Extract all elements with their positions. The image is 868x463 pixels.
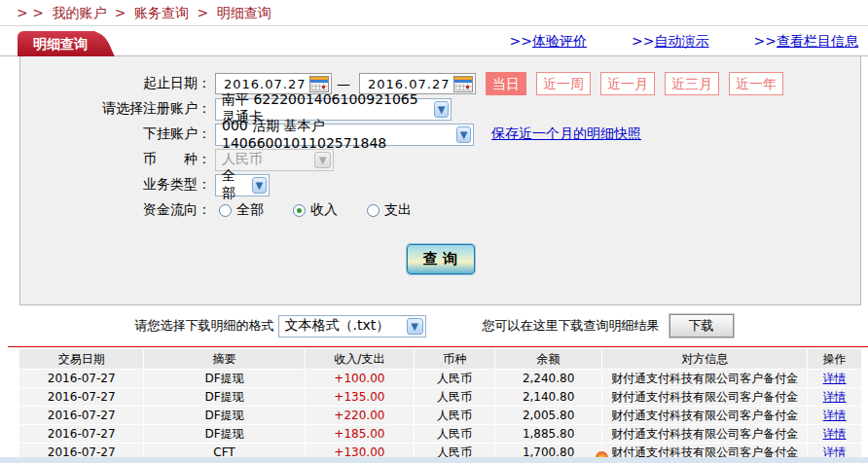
cell-summary: DF提现 [144, 370, 304, 387]
detail-link[interactable]: 详情 [823, 390, 847, 404]
currency-value: 人民币 [222, 151, 263, 168]
date-range-separator: — [337, 76, 350, 91]
col-header-currency: 币种 [415, 349, 494, 369]
cell-balance: 1,885.80 [495, 425, 602, 443]
cell-summary: DF提现 [144, 388, 304, 406]
register-account-label: 请选择注册账户： [20, 100, 211, 118]
business-type-select[interactable]: 全部 ▼ [215, 174, 270, 196]
flow-option-income[interactable]: 收入 [293, 201, 338, 219]
chevron-down-icon: ▼ [407, 318, 423, 335]
breadcrumb-item-account-query[interactable]: 账务查询 [134, 5, 189, 20]
chevron-down-icon: ▼ [252, 177, 267, 194]
link-prefix: >> [754, 33, 777, 49]
flow-option-income-label: 收入 [310, 201, 338, 219]
radio-checked-icon[interactable] [293, 204, 306, 217]
chevron-down-icon: ▼ [434, 101, 449, 118]
header-links: >>体验评价 >>自动演示 >>查看栏目信息 [510, 33, 858, 51]
flow-option-all-label: 全部 [236, 201, 264, 219]
flow-direction-row: 资金流向： 全部 收入 支出 [20, 197, 860, 223]
sub-account-label: 下挂账户： [20, 125, 211, 143]
breadcrumb-separator: > [197, 5, 208, 20]
bottom-scrollbar-track[interactable] [0, 457, 868, 463]
query-form-panel: 起止日期： 2016.07.27 — 2016.07.27 当日 近一周 近一月… [19, 56, 861, 305]
column-info-link[interactable]: >>查看栏目信息 [754, 33, 858, 51]
snapshot-link[interactable]: 保存近一个月的明细快照 [491, 125, 641, 143]
cell-currency: 人民币 [415, 388, 494, 406]
radio-icon[interactable] [219, 204, 232, 217]
table-row: 2016-07-27 DF提现 +135.00 人民币 2,140.80 财付通… [19, 388, 861, 406]
business-type-label: 业务类型： [20, 176, 211, 194]
link-prefix: >> [632, 33, 654, 49]
col-header-counterparty: 对方信息 [602, 349, 807, 369]
flow-direction-group: 全部 收入 支出 [219, 201, 441, 219]
breadcrumb-prefix: > > [17, 5, 44, 20]
business-type-row: 业务类型： 全部 ▼ [20, 172, 860, 197]
quick-range-week-button[interactable]: 近一周 [536, 72, 591, 95]
breadcrumb-item-detail-query[interactable]: 明细查询 [217, 5, 271, 20]
breadcrumb-item-my-account[interactable]: 我的账户 [52, 5, 106, 20]
download-format-label: 请您选择下载明细的格式 [135, 317, 274, 335]
cell-balance: 2,240.80 [495, 370, 602, 387]
link-label: 体验评价 [532, 33, 587, 49]
table-row: 2016-07-27 DF提现 +185.00 人民币 1,885.80 财付通… [19, 425, 861, 443]
download-row: 请您选择下载明细的格式 文本格式（.txt） ▼ 您可以在这里下载查询明细结果 … [0, 305, 868, 346]
col-header-action: 操作 [808, 349, 861, 369]
quick-range-month-button[interactable]: 近一月 [600, 72, 655, 95]
cell-date: 2016-07-27 [19, 407, 143, 424]
detail-query-page: > > 我的账户 > 账务查询 > 明细查询 明细查询 >>体验评价 >>自动演… [0, 0, 868, 463]
col-header-balance: 余额 [495, 349, 602, 369]
quick-range-quarter-button[interactable]: 近三月 [665, 72, 719, 95]
cell-date: 2016-07-27 [19, 425, 143, 443]
experience-rating-link[interactable]: >>体验评价 [510, 33, 587, 51]
date-range-label: 起止日期： [20, 75, 211, 92]
tab-row: 明细查询 >>体验评价 >>自动演示 >>查看栏目信息 [0, 26, 868, 56]
table-row: 2016-07-27 DF提现 +220.00 人民币 2,005.80 财付通… [19, 407, 861, 424]
chevron-down-icon: ▼ [314, 152, 331, 168]
cell-balance: 2,140.80 [495, 388, 602, 406]
flow-direction-label: 资金流向： [20, 201, 211, 219]
query-button-row: 查 询 [20, 244, 860, 274]
start-date-value: 2016.07.27 [224, 77, 306, 91]
link-label: 自动演示 [655, 33, 709, 49]
col-header-summary: 摘要 [144, 349, 304, 369]
table-top-divider [8, 346, 868, 347]
detail-link[interactable]: 详情 [823, 372, 847, 385]
breadcrumb: > > 我的账户 > 账务查询 > 明细查询 [0, 0, 868, 26]
cell-counterparty: 财付通支付科技有限公司客户备付金 [602, 407, 807, 424]
quick-range-year-button[interactable]: 近一年 [729, 72, 783, 95]
query-button[interactable]: 查 询 [407, 244, 475, 274]
download-format-select[interactable]: 文本格式（.txt） ▼ [278, 315, 426, 338]
flow-option-expense[interactable]: 支出 [367, 201, 412, 219]
calendar-icon[interactable] [309, 76, 329, 92]
cell-balance: 2,005.80 [495, 407, 602, 424]
detail-link[interactable]: 详情 [823, 427, 847, 441]
link-label: 查看栏目信息 [777, 33, 858, 49]
download-format-value: 文本格式（.txt） [285, 317, 390, 335]
detail-link[interactable]: 详情 [823, 409, 847, 422]
table-row: 2016-07-27 DF提现 +100.00 人民币 2,240.80 财付通… [19, 370, 861, 387]
business-type-value: 全部 [222, 167, 246, 202]
flow-option-expense-label: 支出 [384, 201, 412, 219]
cell-summary: DF提现 [144, 425, 304, 443]
sub-account-row: 下挂账户： 000 活期 基本户 1406600101102571848 ▼ 保… [20, 122, 860, 147]
breadcrumb-separator: > [115, 5, 127, 20]
tab-detail-query[interactable]: 明细查询 [18, 31, 95, 56]
cell-date: 2016-07-27 [19, 370, 143, 387]
cell-amount: +100.00 [306, 370, 415, 387]
auto-demo-link[interactable]: >>自动演示 [632, 33, 708, 51]
cell-counterparty: 财付通支付科技有限公司客户备付金 [602, 388, 807, 406]
cell-summary: DF提现 [144, 407, 304, 424]
cell-currency: 人民币 [415, 425, 494, 443]
flow-option-all[interactable]: 全部 [219, 201, 264, 219]
radio-icon[interactable] [367, 204, 380, 217]
cell-currency: 人民币 [415, 407, 494, 424]
transaction-table: 交易日期 摘要 收入/支出 币种 余额 对方信息 操作 2016-07-27 D… [18, 348, 862, 462]
cell-counterparty: 财付通支付科技有限公司客户备付金 [602, 370, 807, 387]
calendar-icon[interactable] [453, 76, 473, 92]
download-button[interactable]: 下载 [669, 314, 734, 338]
sub-account-select[interactable]: 000 活期 基本户 1406600101102571848 ▼ [215, 124, 474, 146]
cell-date: 2016-07-27 [19, 388, 143, 406]
quick-range-today-button[interactable]: 当日 [486, 72, 526, 95]
chevron-down-icon: ▼ [456, 126, 471, 143]
cell-counterparty: 财付通支付科技有限公司客户备付金 [602, 425, 807, 443]
